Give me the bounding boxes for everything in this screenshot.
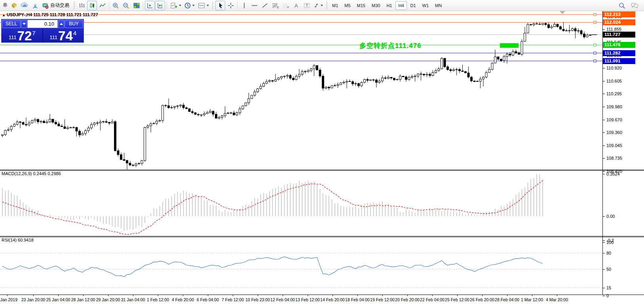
zoom-in-icon[interactable]	[111, 1, 121, 10]
time-tick	[208, 295, 208, 296]
timeframe-m15[interactable]: M15	[354, 1, 368, 10]
fibonacci-icon[interactable]: E	[270, 1, 280, 10]
cursor-icon[interactable]	[215, 1, 225, 10]
vertical-line-icon[interactable]	[239, 1, 249, 10]
buy-button[interactable]: BUY	[65, 20, 83, 28]
macd-label: MACD(12,26,9) 0.2445 0.2986	[2, 171, 61, 176]
candlestick-chart-icon[interactable]	[87, 1, 97, 10]
chat-icon[interactable]	[629, 1, 640, 10]
pane-separator[interactable]	[0, 236, 644, 236]
caret-up-icon	[60, 23, 63, 25]
time-label: 25 Feb 12:00	[445, 297, 469, 302]
price-tag: 111.727	[603, 32, 635, 38]
sell-price[interactable]: 111727	[2, 28, 43, 42]
timeframe-m1[interactable]: M1	[329, 1, 341, 10]
buy-price[interactable]: 111744	[43, 28, 84, 42]
price-tick: 108.735	[603, 156, 644, 161]
crosshair-icon[interactable]	[226, 1, 236, 10]
cloud-chart-icon[interactable]	[19, 1, 30, 10]
tile-windows-icon[interactable]	[131, 1, 141, 10]
time-label: 23 Jan 20:00	[21, 297, 46, 302]
time-label: 22 Feb 04:00	[420, 297, 445, 302]
price-tick: 110.295	[603, 91, 644, 96]
time-label: 4 Mar 20:00	[546, 297, 568, 302]
arrows-tool-icon[interactable]	[312, 1, 324, 10]
sell-button[interactable]: SELL	[2, 20, 21, 28]
dropdown-caret	[179, 5, 181, 6]
time-tick	[7, 295, 8, 296]
time-tick	[407, 295, 408, 296]
trendline-icon[interactable]	[260, 1, 270, 10]
timeframe-h1[interactable]: H1	[384, 1, 395, 10]
new-indicator-icon[interactable]	[169, 1, 182, 10]
time-label: 13 Feb 12:00	[295, 297, 320, 302]
time-label: 25 Jan 04:00	[46, 297, 70, 302]
toolbar-grip[interactable]	[212, 2, 213, 9]
metaeditor-icon[interactable]	[9, 1, 19, 10]
time-label: 10 Feb 23:00	[245, 297, 270, 302]
chart-shift-icon[interactable]	[155, 1, 165, 10]
toolbar-separator	[143, 2, 143, 9]
volume-down-button[interactable]	[21, 20, 27, 28]
signals-icon[interactable]	[30, 1, 40, 10]
price-tick: 50	[603, 267, 644, 272]
time-label: 1 Feb 12:00	[147, 297, 169, 302]
time-tick	[83, 295, 84, 296]
pivot-annotation: 多空转折点111.476	[359, 41, 422, 50]
new-order-button[interactable]: 单	[2, 2, 9, 9]
price-tag: 112.213	[603, 11, 635, 17]
autotrading-button[interactable]: 自动交易	[40, 1, 72, 10]
time-label: 19 Feb 12:00	[370, 297, 395, 302]
bar-chart-icon[interactable]	[77, 1, 87, 10]
timeframe-mn[interactable]: MN	[432, 1, 445, 10]
time-label: 14 Feb 20:00	[320, 297, 345, 302]
grid-icon[interactable]: F	[281, 1, 291, 10]
horizontal-line-icon[interactable]	[249, 1, 259, 10]
toolbar-grip[interactable]	[326, 2, 327, 9]
templates-icon[interactable]	[196, 1, 210, 10]
periods-clock-icon[interactable]	[183, 1, 196, 10]
time-label: 2 Jan 2019	[0, 297, 17, 302]
text-tool-icon[interactable]: A	[291, 1, 301, 10]
toolbar-grip[interactable]	[74, 2, 75, 9]
timeframe-h4[interactable]: H4	[395, 1, 407, 10]
timeframe-m5[interactable]: M5	[342, 1, 353, 10]
time-tick	[532, 295, 532, 296]
time-label: 31 Jan 04:00	[121, 297, 145, 302]
timeframe-m30[interactable]: M30	[369, 1, 383, 10]
time-tick	[507, 295, 507, 296]
toolbar-separator	[167, 2, 167, 9]
time-label: 6 Feb 04:00	[197, 297, 219, 302]
chart-canvas[interactable]	[0, 11, 602, 302]
svg-text:A: A	[294, 3, 298, 9]
svg-text:T: T	[306, 3, 308, 8]
time-label: 28 Jan 12:00	[71, 297, 95, 302]
price-tick: 0.3524	[603, 172, 644, 177]
time-label: 4 Feb 20:00	[172, 297, 194, 302]
price-tag: 111.476	[603, 42, 635, 48]
label-tool-icon[interactable]: T	[302, 1, 312, 10]
pane-separator[interactable]	[0, 237, 644, 237]
volume-input[interactable]	[27, 20, 58, 28]
time-tick	[557, 295, 557, 296]
chart-window: ▲USDJPY-,H4 111.725 111.728 111.721 111.…	[0, 11, 644, 306]
price-axis[interactable]: 112.165111.855111.545111.230110.920110.6…	[603, 11, 644, 306]
dropdown-caret	[321, 5, 323, 6]
time-label: 18 Feb 04:00	[345, 297, 370, 302]
pane-separator[interactable]	[0, 170, 644, 171]
auto-scroll-icon[interactable]	[145, 1, 155, 10]
rsi-label: RSI(14) 60.9418	[2, 238, 34, 242]
volume-up-button[interactable]	[58, 20, 64, 28]
timeframe-d1[interactable]: D1	[408, 1, 419, 10]
time-label: 26 Feb 20:00	[470, 297, 494, 302]
search-icon[interactable]	[617, 1, 627, 10]
pane-separator[interactable]	[0, 170, 644, 170]
dropdown-caret	[192, 5, 195, 6]
timeframe-w1[interactable]: W1	[420, 1, 432, 10]
zoom-out-icon[interactable]	[121, 1, 131, 10]
price-tick: 80	[603, 251, 644, 256]
price-tick: 110.920	[603, 66, 644, 71]
time-axis[interactable]: 2 Jan 201923 Jan 20:0025 Jan 04:0028 Jan…	[0, 295, 644, 306]
price-tick: 15	[603, 285, 644, 291]
line-chart-icon[interactable]	[97, 1, 107, 10]
